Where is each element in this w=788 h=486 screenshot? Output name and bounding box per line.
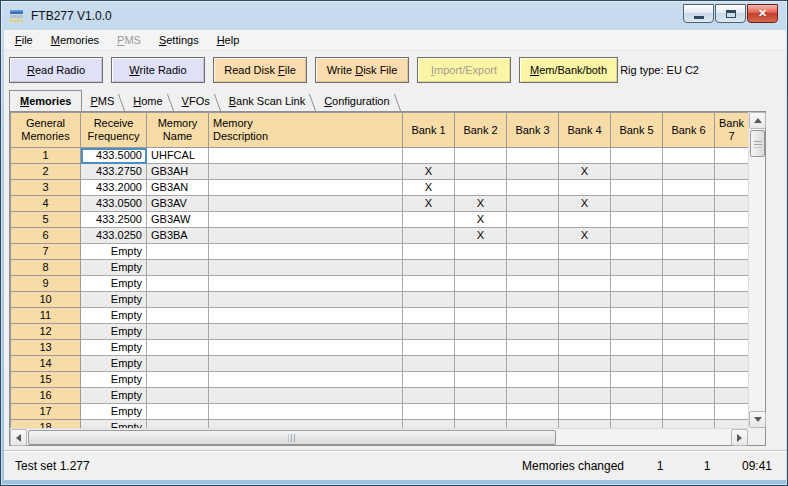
bank-cell[interactable] (715, 196, 749, 212)
bank-cell[interactable] (663, 196, 715, 212)
menu-item-file[interactable]: File (6, 31, 42, 49)
v-scroll-down-button[interactable] (749, 411, 766, 428)
bank-cell[interactable] (507, 180, 559, 196)
bank-cell[interactable] (403, 388, 455, 404)
bank-cell[interactable] (663, 228, 715, 244)
bank-cell[interactable] (663, 260, 715, 276)
bank-cell[interactable] (715, 148, 749, 164)
row-number-cell[interactable]: 13 (11, 340, 81, 356)
row-number-cell[interactable]: 10 (11, 292, 81, 308)
memory-name-cell[interactable]: GB3AN (147, 180, 209, 196)
memory-name-cell[interactable] (147, 356, 209, 372)
bank-cell[interactable] (507, 244, 559, 260)
bank-cell[interactable] (455, 404, 507, 420)
bank-cell[interactable] (559, 148, 611, 164)
tab-vfos[interactable]: VFOs (174, 92, 221, 111)
tab-pms[interactable]: PMS (82, 92, 125, 111)
bank-cell[interactable] (455, 148, 507, 164)
description-cell[interactable] (209, 164, 403, 180)
frequency-cell[interactable]: 433.0500 (81, 196, 147, 212)
bank-cell[interactable] (559, 340, 611, 356)
description-cell[interactable] (209, 212, 403, 228)
bank-cell[interactable] (559, 404, 611, 420)
row-number-cell[interactable]: 2 (11, 164, 81, 180)
description-cell[interactable] (209, 276, 403, 292)
memory-name-cell[interactable] (147, 276, 209, 292)
bank-cell[interactable] (715, 276, 749, 292)
row-number-cell[interactable]: 8 (11, 260, 81, 276)
row-number-cell[interactable]: 11 (11, 308, 81, 324)
menu-item-memories[interactable]: Memories (42, 31, 108, 49)
bank-cell[interactable] (559, 276, 611, 292)
bank-cell[interactable] (715, 340, 749, 356)
bank-cell[interactable] (663, 420, 715, 429)
memory-name-cell[interactable] (147, 420, 209, 429)
frequency-cell[interactable]: Empty (81, 340, 147, 356)
bank-cell[interactable] (507, 196, 559, 212)
bank-cell[interactable] (715, 212, 749, 228)
bank-cell[interactable] (611, 340, 663, 356)
bank-cell[interactable] (715, 260, 749, 276)
description-cell[interactable] (209, 180, 403, 196)
bank-cell[interactable] (403, 356, 455, 372)
description-cell[interactable] (209, 260, 403, 276)
bank-cell[interactable] (715, 388, 749, 404)
bank-cell[interactable] (663, 372, 715, 388)
bank-cell[interactable] (663, 388, 715, 404)
bank-cell[interactable] (715, 356, 749, 372)
memory-name-cell[interactable] (147, 340, 209, 356)
bank-cell[interactable] (715, 308, 749, 324)
bank-cell[interactable] (455, 276, 507, 292)
row-number-cell[interactable]: 3 (11, 180, 81, 196)
bank-cell[interactable] (611, 260, 663, 276)
description-cell[interactable] (209, 372, 403, 388)
description-cell[interactable] (209, 356, 403, 372)
bank-cell[interactable] (611, 292, 663, 308)
bank-cell[interactable] (507, 228, 559, 244)
description-cell[interactable] (209, 148, 403, 164)
bank-cell[interactable] (611, 276, 663, 292)
bank-cell[interactable] (455, 308, 507, 324)
frequency-cell[interactable]: 433.0250 (81, 228, 147, 244)
bank-cell[interactable]: X (559, 228, 611, 244)
bank-cell[interactable]: X (455, 228, 507, 244)
memory-name-cell[interactable]: UHFCAL (147, 148, 209, 164)
memory-name-cell[interactable] (147, 404, 209, 420)
frequency-cell[interactable]: 433.5000 (81, 148, 147, 164)
bank-cell[interactable] (611, 212, 663, 228)
close-button[interactable]: ✕ (747, 4, 778, 23)
row-number-cell[interactable]: 17 (11, 404, 81, 420)
bank-cell[interactable] (403, 244, 455, 260)
frequency-cell[interactable]: Empty (81, 372, 147, 388)
bank-cell[interactable] (559, 292, 611, 308)
bank-cell[interactable] (559, 212, 611, 228)
memory-name-cell[interactable] (147, 244, 209, 260)
bank-cell[interactable] (559, 372, 611, 388)
bank-cell[interactable] (403, 404, 455, 420)
description-cell[interactable] (209, 244, 403, 260)
bank-cell[interactable] (403, 420, 455, 429)
menu-item-settings[interactable]: Settings (150, 31, 208, 49)
bank-cell[interactable] (403, 276, 455, 292)
bank-cell[interactable] (455, 244, 507, 260)
bank-cell[interactable] (715, 180, 749, 196)
memory-name-cell[interactable]: GB3AW (147, 212, 209, 228)
bank-cell[interactable] (663, 244, 715, 260)
bank-cell[interactable] (455, 388, 507, 404)
bank-cell[interactable] (507, 164, 559, 180)
bank-cell[interactable] (507, 372, 559, 388)
memory-name-cell[interactable] (147, 292, 209, 308)
row-number-cell[interactable]: 14 (11, 356, 81, 372)
bank-cell[interactable] (611, 164, 663, 180)
tab-bank-scan-link[interactable]: Bank Scan Link (221, 92, 316, 111)
frequency-cell[interactable]: Empty (81, 404, 147, 420)
tab-memories[interactable]: Memories (9, 90, 82, 111)
bank-cell[interactable] (715, 372, 749, 388)
menu-item-help[interactable]: Help (208, 31, 249, 49)
frequency-cell[interactable]: Empty (81, 308, 147, 324)
bank-cell[interactable] (663, 356, 715, 372)
titlebar[interactable]: FTB277 V1.0.0 ✕ (1, 1, 787, 30)
horizontal-scrollbar[interactable] (10, 428, 748, 445)
bank-cell[interactable] (559, 420, 611, 429)
read-radio-button[interactable]: Read Radio (9, 57, 103, 83)
